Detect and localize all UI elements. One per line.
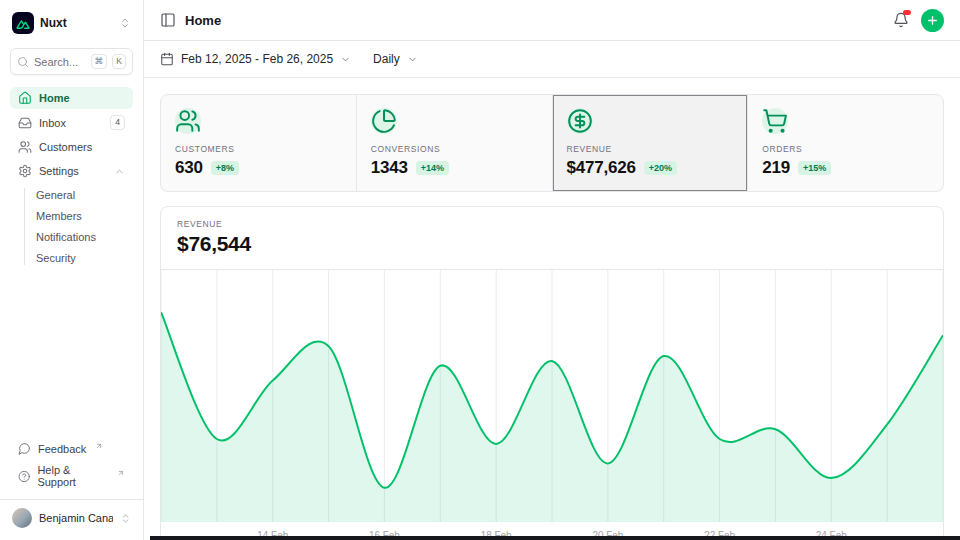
- avatar: [12, 508, 32, 528]
- revenue-chart-svg: 14 Feb16 Feb18 Feb20 Feb22 Feb24 Feb: [161, 270, 943, 540]
- date-range-picker[interactable]: Feb 12, 2025 - Feb 26, 2025: [160, 52, 351, 66]
- stat-label: Conversions: [371, 144, 538, 154]
- revenue-chart-card: Revenue $76,544 14 Feb16 Feb18 Feb20 Feb…: [160, 206, 944, 540]
- inbox-icon: [18, 116, 32, 130]
- search-icon: [17, 56, 29, 68]
- plus-icon: [926, 14, 939, 27]
- stat-value: $477,626: [567, 158, 636, 178]
- stat-revenue[interactable]: Revenue $477,626 +20%: [553, 95, 749, 191]
- dollar-circle-icon: [567, 108, 593, 134]
- sub-item-label: Security: [36, 252, 76, 264]
- stat-delta-badge: +20%: [644, 161, 677, 175]
- home-icon: [18, 91, 32, 105]
- stat-delta-badge: +15%: [798, 161, 831, 175]
- sidebar-nav: Home Inbox 4 Customers Settings: [10, 87, 133, 268]
- chevron-down-icon: [407, 54, 418, 65]
- chevron-down-icon: [340, 54, 351, 65]
- chevrons-up-down-icon: [120, 513, 131, 524]
- sidebar-item-security[interactable]: Security: [24, 248, 133, 268]
- bottom-edge: [150, 536, 960, 540]
- sidebar-item-members[interactable]: Members: [24, 206, 133, 226]
- sidebar-item-notifications[interactable]: Notifications: [24, 227, 133, 247]
- add-button[interactable]: [921, 9, 944, 32]
- main-area: Home Feb 12, 2025 - Feb 26, 2025: [144, 0, 960, 540]
- stat-value: 219: [762, 158, 790, 178]
- chart-pie-icon: [371, 108, 397, 134]
- period-select[interactable]: Daily: [373, 52, 418, 66]
- sidebar-footer: Feedback Help & Support Benjamin Canac: [10, 438, 133, 540]
- stat-label: Revenue: [567, 144, 734, 154]
- stats-row: Customers 630 +8% Conversions 1343 +14%: [160, 94, 944, 192]
- sidebar-item-label: Settings: [39, 165, 79, 177]
- external-link-icon: [95, 442, 103, 450]
- stat-delta-badge: +14%: [416, 161, 449, 175]
- stat-value: 630: [175, 158, 203, 178]
- kbd-cmd: ⌘: [91, 54, 108, 69]
- panel-left-icon[interactable]: [160, 12, 176, 28]
- sidebar: Nuxt Search... ⌘ K Home: [0, 0, 144, 540]
- sidebar-item-label: Home: [39, 92, 70, 104]
- sidebar-item-customers[interactable]: Customers: [10, 136, 133, 158]
- feedback-label: Feedback: [38, 443, 86, 455]
- workspace-switcher[interactable]: Nuxt: [10, 10, 133, 36]
- gear-icon: [18, 164, 32, 178]
- sidebar-item-settings[interactable]: Settings: [10, 160, 133, 182]
- stat-orders[interactable]: Orders 219 +15%: [748, 95, 943, 191]
- stat-label: Customers: [175, 144, 342, 154]
- sidebar-item-label: Inbox: [39, 117, 66, 129]
- sub-item-label: Members: [36, 210, 82, 222]
- page-header: Home: [144, 0, 960, 41]
- sidebar-item-home[interactable]: Home: [10, 87, 133, 109]
- workspace-name: Nuxt: [40, 16, 113, 30]
- external-link-icon: [117, 469, 125, 477]
- chart-header: Revenue $76,544: [161, 207, 943, 270]
- search-placeholder: Search...: [34, 56, 86, 68]
- header-actions: [893, 9, 944, 32]
- chart-total-value: $76,544: [177, 232, 927, 256]
- inbox-count-badge: 4: [110, 115, 125, 130]
- sub-item-label: General: [36, 189, 75, 201]
- help-support-label: Help & Support: [37, 464, 108, 488]
- chevrons-up-down-icon: [119, 17, 131, 29]
- chart-title: Revenue: [177, 219, 927, 229]
- nuxt-logo: [12, 12, 34, 34]
- cart-icon: [762, 108, 788, 134]
- content: Customers 630 +8% Conversions 1343 +14%: [144, 78, 960, 540]
- sidebar-item-inbox[interactable]: Inbox 4: [10, 111, 133, 134]
- settings-subnav: General Members Notifications Security: [24, 185, 133, 268]
- date-range-value: Feb 12, 2025 - Feb 26, 2025: [181, 52, 333, 66]
- notifications-button[interactable]: [893, 12, 909, 28]
- sidebar-item-general[interactable]: General: [24, 185, 133, 205]
- stat-value: 1343: [371, 158, 408, 178]
- stat-delta-badge: +8%: [211, 161, 239, 175]
- user-name: Benjamin Canac: [39, 512, 113, 524]
- help-support-link[interactable]: Help & Support: [10, 460, 133, 492]
- page-title: Home: [185, 13, 221, 28]
- sidebar-item-label: Customers: [39, 141, 92, 153]
- user-menu[interactable]: Benjamin Canac: [0, 499, 143, 536]
- help-circle-icon: [18, 470, 30, 483]
- dashboard-app: Nuxt Search... ⌘ K Home: [0, 0, 960, 540]
- stat-conversions[interactable]: Conversions 1343 +14%: [357, 95, 553, 191]
- stat-customers[interactable]: Customers 630 +8%: [161, 95, 357, 191]
- message-circle-icon: [18, 442, 31, 455]
- filters-toolbar: Feb 12, 2025 - Feb 26, 2025 Daily: [144, 41, 960, 78]
- users-icon: [18, 140, 32, 154]
- feedback-link[interactable]: Feedback: [10, 438, 133, 459]
- stat-label: Orders: [762, 144, 929, 154]
- users-icon: [175, 108, 201, 134]
- chevron-up-icon: [114, 166, 125, 177]
- period-value: Daily: [373, 52, 400, 66]
- notification-dot: [903, 10, 911, 15]
- calendar-icon: [160, 52, 174, 66]
- search-input[interactable]: Search... ⌘ K: [10, 48, 133, 75]
- sub-item-label: Notifications: [36, 231, 96, 243]
- revenue-chart[interactable]: 14 Feb16 Feb18 Feb20 Feb22 Feb24 Feb: [161, 270, 943, 540]
- nuxt-logo-glyph: [16, 18, 30, 29]
- kbd-k: K: [112, 54, 126, 69]
